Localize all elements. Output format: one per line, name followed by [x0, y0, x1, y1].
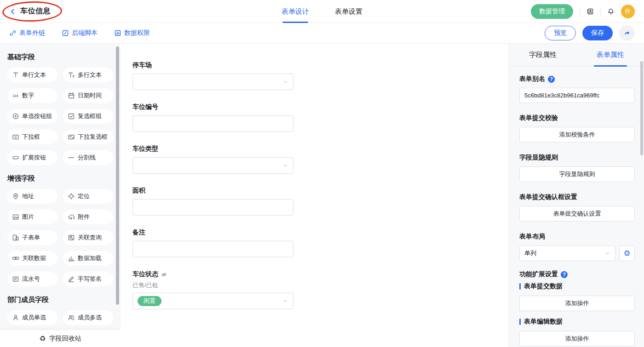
palette-item[interactable]: 扩展按钮 — [7, 150, 58, 165]
layout-settings-button[interactable]: ⚙ — [619, 245, 635, 261]
field-input[interactable] — [132, 241, 293, 257]
toolbar-link[interactable]: 后端脚本 — [62, 29, 98, 37]
share-button[interactable] — [619, 25, 635, 41]
lookup-icon — [68, 234, 75, 241]
back-button[interactable] — [9, 8, 17, 15]
palette-item[interactable]: 日期时间 — [63, 88, 113, 103]
save-button[interactable]: 保存 — [582, 26, 613, 40]
canvas-field[interactable]: 备注 — [132, 228, 293, 257]
chevron-down-icon — [282, 79, 288, 85]
status-tag: 闲置 — [138, 296, 161, 307]
field-recycle-button[interactable]: ♻ 字段回收站 — [0, 330, 121, 347]
palette-item[interactable]: 分割线 — [63, 150, 113, 165]
recycle-label: 字段回收站 — [49, 335, 81, 343]
recycle-icon: ♻ — [39, 335, 46, 342]
palette-section-title: 部门成员字段 — [7, 296, 113, 304]
page-title: 车位信息 — [20, 6, 51, 16]
permission-icon — [114, 29, 121, 37]
palette-item[interactable]: 地址 — [7, 189, 58, 204]
serial-icon — [12, 275, 19, 283]
canvas-field[interactable]: 车位编号 — [132, 103, 293, 132]
toolbar-links: 表单外链后端脚本数据权限 — [9, 29, 150, 37]
properties-panel: 字段属性 表单属性 表单别名 ? 表单提交校验 添加校验条件 字段显隐规则 字段… — [509, 44, 644, 347]
toolbar-link[interactable]: 数据权限 — [114, 29, 150, 37]
palette-item[interactable]: 关联数据 — [7, 251, 58, 266]
palette-item[interactable]: 下拉框 — [7, 130, 58, 144]
add-operation-button[interactable]: 添加操作 — [519, 296, 635, 311]
datetime-icon — [68, 92, 75, 99]
chevron-down-icon — [604, 250, 610, 256]
field-palette-sidebar: 基础字段 单行文本多行文本123数字日期时间单选按钮组复选框组下拉框下拉复选框扩… — [0, 44, 121, 347]
tab-form-settings[interactable]: 表单设置 — [335, 0, 362, 23]
add-operation-button[interactable]: 添加操作 — [519, 331, 635, 347]
toolbar-link[interactable]: 表单外链 — [9, 29, 45, 37]
chevron-down-icon — [282, 298, 288, 304]
locate-icon — [68, 193, 75, 200]
canvas-field[interactable]: 停车场 — [132, 61, 293, 90]
palette-item[interactable]: 单选按钮组 — [7, 109, 58, 124]
form-layout-label: 表单布局 — [519, 233, 545, 241]
form-canvas: 停车场 车位编号 车位类型 面积 备注 — [121, 44, 509, 347]
field-sublabel: 已售/已租 — [132, 281, 293, 290]
tab-form-properties[interactable]: 表单属性 — [577, 44, 644, 66]
form-toolbar: 表单外链后端脚本数据权限 预览 保存 — [0, 23, 644, 44]
form-designer-app: 车位信息 表单设计 表单设置 数据管理 作 表单外链后端脚本数据权限 预览 保存… — [0, 0, 644, 347]
palette-item[interactable]: 成员多选 — [63, 310, 113, 325]
sidebar-scrollbar[interactable] — [116, 46, 119, 305]
bell-icon[interactable] — [607, 8, 615, 15]
tab-form-design[interactable]: 表单设计 — [282, 0, 309, 23]
data-load-icon — [68, 255, 75, 262]
tab-field-properties[interactable]: 字段属性 — [509, 44, 577, 66]
contacts-icon[interactable] — [586, 8, 594, 15]
svg-text:123: 123 — [12, 94, 18, 98]
panel-action-button[interactable]: 字段显隐规则 — [519, 166, 635, 182]
form-alias-input[interactable] — [519, 88, 635, 103]
radio-group-icon — [12, 113, 19, 120]
palette-section-title: 基础字段 — [7, 53, 113, 62]
palette-item[interactable]: 数据加载 — [63, 251, 113, 266]
canvas-field[interactable]: 车位状态 已售/已租 闲置 — [132, 270, 293, 309]
field-input[interactable] — [132, 115, 293, 132]
palette-section: 部门成员字段 成员单选成员多选 — [7, 296, 113, 325]
palette-item[interactable]: 子表单 — [7, 230, 58, 245]
data-manage-button[interactable]: 数据管理 — [531, 4, 573, 19]
help-icon[interactable]: ? — [548, 76, 555, 83]
address-icon — [12, 193, 19, 200]
form-alias-label: 表单别名 — [519, 75, 545, 83]
script-icon — [62, 29, 69, 37]
palette-item[interactable]: 手写签名 — [63, 272, 113, 286]
panel-action-button[interactable]: 添加校验条件 — [519, 127, 635, 142]
extension-group-label: 表单编辑数据 — [519, 318, 635, 326]
palette-item[interactable]: 附件 — [63, 210, 113, 224]
palette-item[interactable]: 单行文本 — [7, 68, 58, 82]
palette-item[interactable]: 图片 — [7, 210, 58, 224]
field-select[interactable] — [132, 74, 293, 90]
palette-section-title: 增强字段 — [7, 174, 113, 183]
form-layout-select[interactable]: 单列 — [519, 245, 615, 261]
number-icon: 123 — [12, 92, 19, 99]
field-input[interactable] — [132, 199, 293, 216]
panel-tabs: 字段属性 表单属性 — [509, 44, 644, 67]
canvas-field[interactable]: 面积 — [132, 187, 293, 216]
palette-item[interactable]: 下拉复选框 — [63, 130, 113, 144]
palette-item[interactable]: 流水号 — [7, 272, 58, 286]
avatar[interactable]: 作 — [621, 5, 635, 18]
help-icon[interactable]: ? — [561, 271, 568, 278]
palette-item[interactable]: 123数字 — [7, 88, 58, 103]
palette-item[interactable]: 成员单选 — [7, 310, 58, 325]
panel-action-button[interactable]: 表单提交确认设置 — [519, 206, 635, 222]
palette-item[interactable]: 复选框组 — [63, 109, 113, 124]
palette-item[interactable]: 多行文本 — [63, 68, 113, 82]
palette-section: 基础字段 单行文本多行文本123数字日期时间单选按钮组复选框组下拉框下拉复选框扩… — [7, 53, 113, 165]
attachment-icon — [68, 213, 75, 221]
field-select[interactable] — [132, 157, 293, 174]
field-select[interactable]: 闲置 — [132, 293, 293, 309]
checkbox-group-icon — [68, 113, 75, 120]
palette-item[interactable]: 关联查询 — [63, 230, 113, 245]
palette-item[interactable]: 定位 — [63, 189, 113, 204]
select-icon — [12, 133, 19, 141]
preview-button[interactable]: 预览 — [545, 26, 576, 40]
canvas-field[interactable]: 车位类型 — [132, 145, 293, 174]
divider — [580, 7, 580, 16]
panel-scrollbar[interactable] — [640, 61, 643, 155]
